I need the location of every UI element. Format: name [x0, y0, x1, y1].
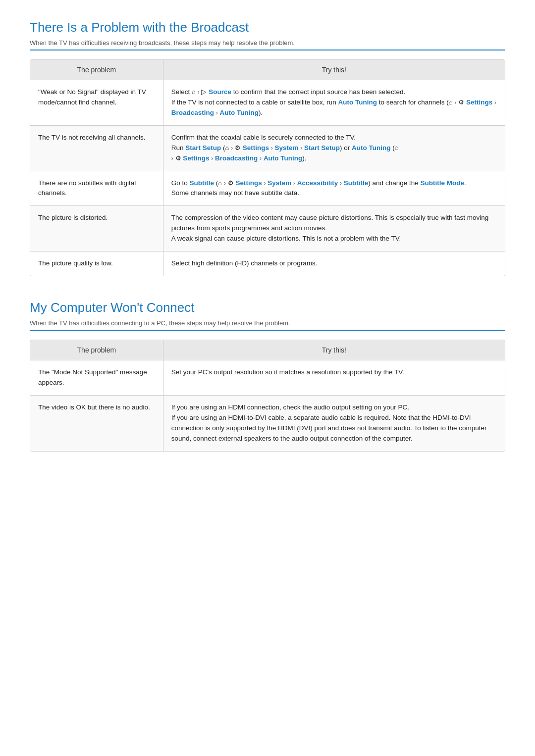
- try-cell-7: If you are using an HDMI connection, che…: [163, 395, 505, 451]
- settings-link-1: Settings: [466, 99, 492, 106]
- chevron-7: ›: [300, 145, 302, 151]
- auto-tuning-link-4: Auto Tuning: [264, 154, 302, 162]
- chevron-3: ›: [494, 99, 496, 106]
- chevron-2: ›: [454, 99, 456, 106]
- subtitle-mode-link: Subtitle Mode: [420, 179, 464, 187]
- broadcasting-link-1: Broadcasting: [171, 109, 214, 116]
- accessibility-link: Accessibility: [297, 179, 338, 187]
- col-header-problem-2: The problem: [30, 340, 163, 360]
- settings-link-3: Settings: [183, 154, 209, 162]
- home-icon-4: ⌂: [395, 144, 399, 151]
- start-setup-link: Start Setup: [185, 144, 221, 151]
- chevron-13: ›: [293, 180, 295, 187]
- table-row: The video is OK but there is no audio. I…: [30, 395, 505, 451]
- col-header-try-1: Try this!: [163, 60, 505, 80]
- auto-tuning-link-3: Auto Tuning: [352, 144, 390, 151]
- subtitle-link-2: Subtitle: [344, 179, 369, 187]
- gear-icon-4: ⚙: [228, 179, 234, 187]
- chevron-11: ›: [224, 180, 226, 187]
- system-link-1: System: [274, 144, 298, 151]
- table-row: The picture quality is low. Select high …: [30, 252, 505, 276]
- table-row: The picture is distorted. The compressio…: [30, 206, 505, 252]
- col-header-problem-1: The problem: [30, 60, 163, 80]
- table-row: There are no subtitles with digital chan…: [30, 171, 505, 206]
- section1-subtitle: When the TV has difficulties receiving b…: [30, 39, 505, 50]
- table-row: "Weak or No Signal" displayed in TV mode…: [30, 80, 505, 126]
- chevron-14: ›: [340, 180, 342, 187]
- auto-tuning-link-1: Auto Tuning: [338, 99, 376, 106]
- try-cell-5: Select high definition (HD) channels or …: [163, 252, 505, 276]
- home-icon-1: ⌂: [192, 88, 196, 96]
- try-cell-3: Go to Subtitle (⌂ › ⚙ Settings › System …: [163, 171, 505, 206]
- home-icon-3: ⌂: [225, 144, 229, 151]
- section2-table: The problem Try this! The "Mode Not Supp…: [30, 340, 505, 451]
- table-row: The "Mode Not Supported" message appears…: [30, 360, 505, 396]
- subtitle-link: Subtitle: [190, 179, 214, 187]
- home-icon-5: ⌂: [218, 179, 222, 187]
- chevron-6: ›: [271, 145, 273, 151]
- problem-cell-2: The TV is not receiving all channels.: [30, 125, 163, 171]
- section1-table: The problem Try this! "Weak or No Signal…: [30, 60, 505, 276]
- section2-subtitle: When the TV has difficulties connecting …: [30, 319, 505, 331]
- section1-table-wrap: The problem Try this! "Weak or No Signal…: [30, 59, 505, 276]
- settings-link-4: Settings: [235, 179, 262, 187]
- problem-cell-4: The picture is distorted.: [30, 206, 163, 252]
- problem-cell-1: "Weak or No Signal" displayed in TV mode…: [30, 80, 163, 126]
- problem-cell-5: The picture quality is low.: [30, 252, 163, 276]
- try-cell-6: Set your PC's output resolution so it ma…: [163, 360, 505, 396]
- home-icon-2: ⌂: [449, 99, 453, 106]
- chevron-8: ›: [171, 155, 173, 162]
- problem-cell-3: There are no subtitles with digital chan…: [30, 171, 163, 206]
- auto-tuning-link-2: Auto Tuning: [220, 109, 259, 116]
- try-cell-2: Confirm that the coaxial cable is secure…: [163, 125, 505, 171]
- start-setup-link-2: Start Setup: [304, 144, 340, 151]
- section2: My Computer Won't Connect When the TV ha…: [30, 300, 505, 452]
- chevron-9: ›: [211, 155, 213, 162]
- gear-icon-1: ⚙: [458, 99, 464, 106]
- try-cell-4: The compression of the video content may…: [163, 206, 505, 252]
- source-link: Source: [209, 88, 231, 96]
- section2-title: My Computer Won't Connect: [30, 300, 505, 315]
- table-row: The TV is not receiving all channels. Co…: [30, 125, 505, 171]
- system-link-2: System: [268, 179, 291, 187]
- section2-table-wrap: The problem Try this! The "Mode Not Supp…: [30, 340, 505, 452]
- col-header-try-2: Try this!: [163, 340, 505, 360]
- gear-icon-3: ⚙: [175, 154, 181, 162]
- chevron-5: ›: [231, 145, 233, 151]
- gear-icon-2: ⚙: [235, 144, 241, 151]
- source-icon: ▷: [201, 88, 207, 96]
- chevron-10: ›: [260, 155, 262, 162]
- problem-cell-7: The video is OK but there is no audio.: [30, 395, 163, 451]
- settings-link-2: Settings: [243, 144, 269, 151]
- chevron-12: ›: [264, 180, 266, 187]
- chevron-4: ›: [216, 109, 218, 116]
- section1-title: There Is a Problem with the Broadcast: [30, 20, 505, 35]
- chevron-1: ›: [198, 89, 200, 96]
- try-cell-1: Select ⌂ › ▷ Source to confirm that the …: [163, 80, 505, 126]
- problem-cell-6: The "Mode Not Supported" message appears…: [30, 360, 163, 396]
- broadcasting-link-2: Broadcasting: [215, 154, 258, 162]
